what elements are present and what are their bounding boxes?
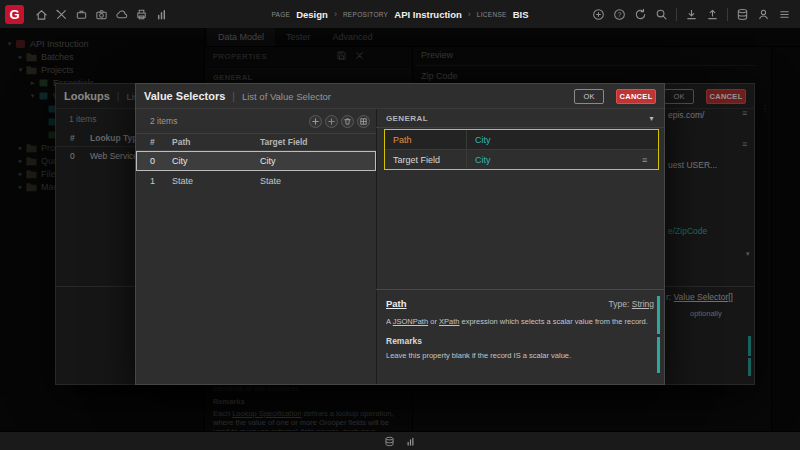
content-area: ▾ API Instruction ▸ Batches ▾ Projects ▸… xyxy=(0,28,800,432)
column-header-target: Target Field xyxy=(260,137,376,147)
remarks-label: Remarks xyxy=(386,336,654,346)
ok-button[interactable]: OK xyxy=(574,89,604,104)
remarks-text: Leave this property blank if the record … xyxy=(386,351,654,360)
breadcrumb-page-value[interactable]: Design xyxy=(296,9,328,20)
topbar-divider xyxy=(676,8,677,21)
user-icon[interactable] xyxy=(757,8,770,21)
table-header-row: # Path Target Field xyxy=(136,133,376,151)
insert-item-button[interactable] xyxy=(309,115,322,128)
column-header-num: # xyxy=(150,137,172,147)
svg-text:?: ? xyxy=(618,10,622,17)
status-chart-icon[interactable] xyxy=(405,436,416,447)
breadcrumb: PAGE Design › REPOSITORY API Instruction… xyxy=(271,0,528,28)
bottom-bar xyxy=(0,431,800,450)
jsonpath-link[interactable]: JSONPath xyxy=(393,317,428,326)
breadcrumb-license-value[interactable]: BIS xyxy=(513,9,529,20)
tools-icon[interactable] xyxy=(55,8,68,21)
cloud-icon[interactable] xyxy=(115,8,128,21)
help-circle-icon[interactable]: ? xyxy=(613,8,626,21)
download-icon[interactable] xyxy=(685,8,698,21)
table-row-selected[interactable]: 0 City City xyxy=(136,151,376,171)
grooper-logo[interactable]: G xyxy=(5,5,24,24)
value-selectors-table: # Path Target Field 0 City City 1 State … xyxy=(136,133,376,191)
cell-path: State xyxy=(172,176,260,186)
camera-icon[interactable] xyxy=(95,8,108,21)
delete-item-button[interactable] xyxy=(341,115,354,128)
property-label: Target Field xyxy=(385,150,467,169)
grooper-app: G PAGE Design › REPOSITORY API Instructi… xyxy=(0,0,800,450)
items-count: 2 items xyxy=(150,116,177,126)
topbar-divider xyxy=(727,8,728,21)
property-row-path[interactable]: Path City xyxy=(385,130,658,150)
cell-num: 1 xyxy=(150,176,172,186)
status-database-icon[interactable] xyxy=(384,436,395,447)
chevron-down-icon: ▾ xyxy=(650,114,654,123)
xpath-link[interactable]: XPath xyxy=(439,317,459,326)
scrollbar-thumb[interactable] xyxy=(657,337,660,373)
property-grid: GENERAL ▾ Path City Target Field City ≡ xyxy=(376,109,664,289)
dialog-title: Value Selectors xyxy=(144,90,225,102)
dialog-subtitle: List of Value Selector xyxy=(242,91,331,102)
title-divider: | xyxy=(232,91,235,102)
breadcrumb-separator-icon: › xyxy=(468,9,471,19)
property-value-field[interactable]: City xyxy=(467,155,642,165)
database-icon[interactable] xyxy=(736,8,749,21)
home-icon[interactable] xyxy=(35,8,48,21)
list-toolbar-buttons xyxy=(309,115,370,128)
list-toolbar: 2 items xyxy=(136,109,376,133)
breadcrumb-license-label: LICENSE xyxy=(477,11,507,18)
column-header-path: Path xyxy=(172,137,260,147)
breadcrumb-repo-label: REPOSITORY xyxy=(343,11,388,18)
help-property-type: Type: String xyxy=(609,299,654,309)
breadcrumb-repo-value[interactable]: API Instruction xyxy=(394,9,462,20)
cancel-button[interactable]: CANCEL xyxy=(616,89,656,104)
help-description: A JSONPath or XPath expression which sel… xyxy=(386,317,654,326)
briefcase-icon[interactable] xyxy=(75,8,88,21)
hamburger-icon[interactable]: ≡ xyxy=(642,155,658,165)
value-selectors-dialog-header: Value Selectors | List of Value Selector… xyxy=(136,84,664,109)
value-selectors-dialog: Value Selectors | List of Value Selector… xyxy=(135,83,665,385)
cell-target: State xyxy=(260,176,376,186)
topbar-left-icons xyxy=(35,8,168,21)
search-icon[interactable] xyxy=(655,8,668,21)
add-circle-icon[interactable] xyxy=(592,8,605,21)
refresh-icon[interactable] xyxy=(634,8,647,21)
value-selectors-list: 2 items # Path Target Field xyxy=(136,109,377,384)
property-section-header[interactable]: GENERAL ▾ xyxy=(376,109,664,128)
property-row-target-field[interactable]: Target Field City ≡ xyxy=(385,150,658,169)
property-help-panel: Path Type: String A JSONPath or XPath ex… xyxy=(376,289,664,384)
printer-icon[interactable] xyxy=(135,8,148,21)
property-value-field[interactable]: City xyxy=(467,135,642,145)
cell-target: City xyxy=(260,156,376,166)
bar-chart-icon[interactable] xyxy=(155,8,168,21)
breadcrumb-page-label: PAGE xyxy=(271,11,290,18)
breadcrumb-separator-icon: › xyxy=(334,9,337,19)
add-item-button[interactable] xyxy=(325,115,338,128)
upload-icon[interactable] xyxy=(706,8,719,21)
cell-path: City xyxy=(172,156,260,166)
view-options-button[interactable] xyxy=(357,115,370,128)
cell-num: 0 xyxy=(150,156,172,166)
type-link[interactable]: String xyxy=(632,299,654,309)
help-property-name[interactable]: Path xyxy=(386,298,407,309)
menu-icon[interactable] xyxy=(778,8,791,21)
topbar-right-icons: ? xyxy=(592,8,800,21)
table-row[interactable]: 1 State State xyxy=(136,171,376,191)
scrollbar-thumb[interactable] xyxy=(657,296,660,334)
highlighted-property-group: Path City Target Field City ≡ xyxy=(384,129,659,170)
top-bar: G PAGE Design › REPOSITORY API Instructi… xyxy=(0,0,800,29)
property-label: Path xyxy=(385,130,467,149)
